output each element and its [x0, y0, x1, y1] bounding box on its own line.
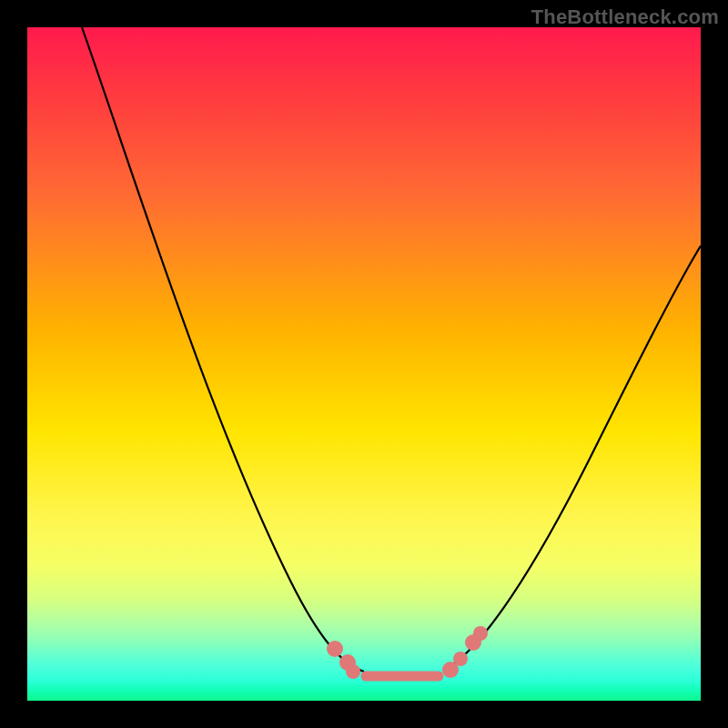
marker-dot	[346, 664, 360, 679]
chart-frame: TheBottleneck.com	[0, 0, 728, 728]
curve-svg	[27, 27, 701, 701]
watermark-text: TheBottleneck.com	[531, 5, 719, 29]
marker-dot	[453, 652, 468, 666]
marker-dot	[327, 641, 343, 657]
marker-dot	[473, 626, 488, 641]
bottleneck-curve-left	[82, 27, 364, 672]
plot-area	[27, 27, 701, 701]
bottleneck-curve-right	[444, 246, 701, 670]
